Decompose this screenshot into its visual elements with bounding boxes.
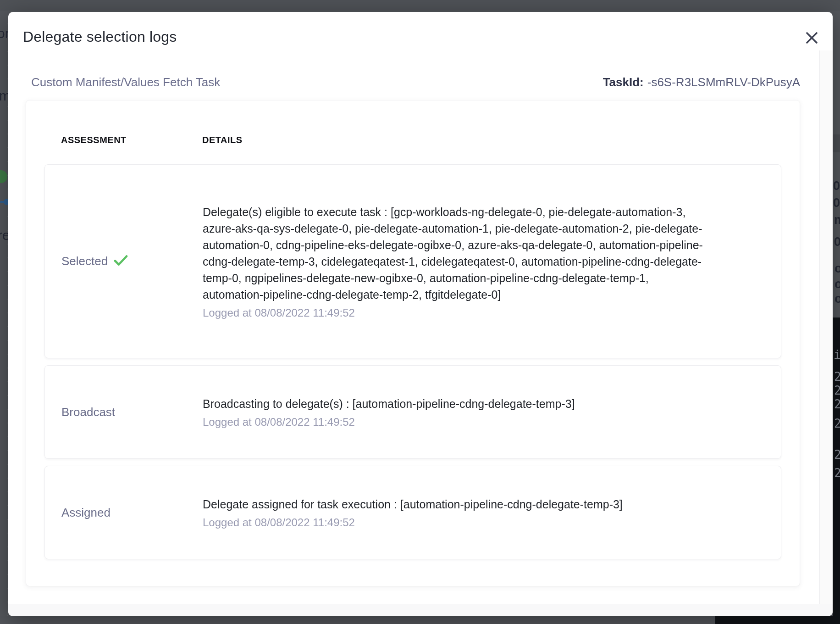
background-text-fragment: i, xyxy=(834,349,840,361)
details-text: Delegate(s) eligible to execute task : [… xyxy=(203,204,707,303)
details-cell: Delegate(s) eligible to execute task : [… xyxy=(203,204,744,319)
page-title: Delegate selection logs xyxy=(23,28,810,45)
task-id-value: -s6S-R3LSMmRLV-DkPusyA xyxy=(647,75,800,89)
assessment-row-list: Selected Delegate(s) eligible to execute… xyxy=(44,164,781,559)
dialog-footer xyxy=(8,604,833,616)
modal-scrollbar[interactable] xyxy=(819,50,833,604)
background-text-fragment: o xyxy=(834,278,840,290)
table-header-row: ASSESSMENT DETAILS xyxy=(44,135,781,145)
details-cell: Broadcasting to delegate(s) : [automatio… xyxy=(203,396,744,429)
background-text-fragment: o xyxy=(834,293,840,305)
assessment-cell: Assigned xyxy=(61,506,203,520)
details-cell: Delegate assigned for task execution : [… xyxy=(203,496,744,529)
logged-timestamp: Logged at 08/08/2022 11:49:52 xyxy=(203,516,744,529)
table-row: Broadcast Broadcasting to delegate(s) : … xyxy=(44,365,781,459)
background-page-header xyxy=(0,0,840,11)
close-button[interactable] xyxy=(801,28,822,49)
delegate-selection-logs-dialog: Delegate selection logs Custom Manifest/… xyxy=(8,12,833,616)
dialog-body: Custom Manifest/Values Fetch Task TaskId… xyxy=(8,60,833,604)
task-id: TaskId:-s6S-R3LSMmRLV-DkPusyA xyxy=(603,75,800,89)
details-text: Broadcasting to delegate(s) : [automatio… xyxy=(203,396,707,412)
assessment-cell: Broadcast xyxy=(61,405,203,419)
logged-timestamp: Logged at 08/08/2022 11:49:52 xyxy=(203,306,744,319)
background-text-fragment: 08 xyxy=(833,180,840,192)
background-text-fragment: 08 xyxy=(833,197,840,209)
assessment-label: Assigned xyxy=(61,506,111,520)
background-log-panel-band xyxy=(833,134,840,152)
dialog-header: Delegate selection logs xyxy=(8,12,833,60)
task-id-label: TaskId: xyxy=(603,75,644,89)
task-name: Custom Manifest/Values Fetch Task xyxy=(31,75,220,89)
background-text-fragment: 2 xyxy=(834,371,840,383)
background-text-fragment: o xyxy=(834,262,840,275)
check-icon xyxy=(113,254,128,270)
assessment-label: Broadcast xyxy=(61,405,115,419)
table-row: Selected Delegate(s) eligible to execute… xyxy=(44,164,781,358)
background-console-corner xyxy=(715,616,840,624)
task-summary-row: Custom Manifest/Values Fetch Task TaskId… xyxy=(26,75,800,89)
background-text-fragment: 2 xyxy=(834,398,840,410)
details-text: Delegate assigned for task execution : [… xyxy=(203,496,707,513)
background-text-fragment: m xyxy=(834,214,840,226)
background-text-fragment: 2 xyxy=(834,467,840,479)
assessment-label: Selected xyxy=(61,254,108,268)
column-header-details: DETAILS xyxy=(202,135,243,145)
close-icon xyxy=(806,32,818,45)
background-text-fragment: 2 xyxy=(834,384,840,396)
background-canvas-bottom xyxy=(0,616,715,624)
column-header-assessment: ASSESSMENT xyxy=(61,135,202,145)
assessment-cell: Selected xyxy=(61,253,203,270)
background-text-fragment: 0 xyxy=(834,236,840,248)
selection-logs-panel: ASSESSMENT DETAILS Selected Delegate(s) … xyxy=(26,100,800,586)
table-row: Assigned Delegate assigned for task exec… xyxy=(44,466,781,559)
background-text-fragment: 2 xyxy=(834,418,840,429)
logged-timestamp: Logged at 08/08/2022 11:49:52 xyxy=(203,416,744,429)
background-text-fragment: 2 xyxy=(834,449,840,461)
